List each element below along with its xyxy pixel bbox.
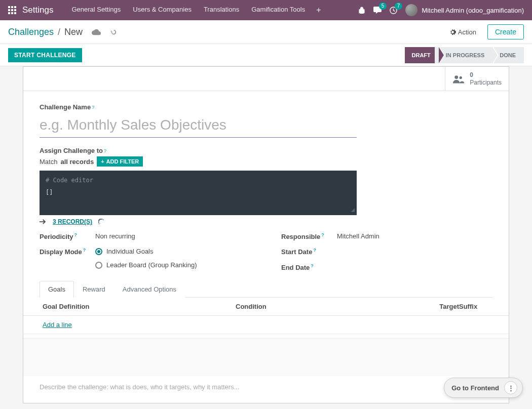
radio-leader-label: Leader Board (Group Ranking) <box>106 261 197 269</box>
users-icon <box>452 74 465 84</box>
end-date-label: End Date <box>281 264 310 271</box>
description-placeholder: Describe the challenge: what is does, wh… <box>40 383 492 391</box>
radio-individual-label: Individual Goals <box>106 248 154 255</box>
resize-icon[interactable]: ◢ <box>351 206 355 213</box>
records-link[interactable]: 3 RECORD(S) <box>53 218 92 225</box>
activities-icon[interactable]: 7 <box>390 7 397 14</box>
go-to-frontend-label: Go to Frontend <box>451 384 499 392</box>
nav-items: General Settings Users & Companies Trans… <box>65 6 326 15</box>
match-pre: Match <box>40 158 57 166</box>
activities-badge: 7 <box>395 3 403 10</box>
display-mode-help-icon[interactable]: ? <box>83 248 86 253</box>
control-bar: Challenges / New Action Create <box>0 20 532 44</box>
messages-badge: 5 <box>379 3 387 10</box>
challenge-name-label: Challenge Name <box>40 103 91 111</box>
add-line-link[interactable]: Add a line <box>43 321 72 329</box>
status-steps: DRAFT IN PROGRESS DONE <box>405 44 524 66</box>
periodicity-help-icon[interactable]: ? <box>74 232 77 237</box>
participants-stat-button[interactable]: 0 Participants <box>445 67 509 91</box>
code-value: [] <box>46 189 351 196</box>
add-filter-button[interactable]: + ADD FILTER <box>97 156 143 167</box>
messages-icon[interactable]: 5 <box>373 7 382 14</box>
start-challenge-button[interactable]: START CHALLENGE <box>8 48 82 62</box>
svg-point-2 <box>460 76 462 78</box>
gear-icon <box>449 29 456 35</box>
cloud-icon[interactable] <box>92 28 101 35</box>
breadcrumb: Challenges / New <box>8 27 118 37</box>
sheet-topbar: 0 Participants <box>23 67 509 91</box>
responsible-value[interactable]: Mitchell Admin <box>337 232 492 240</box>
col-suffix: Suffix <box>459 303 489 310</box>
nav-gamification-tools[interactable]: Gamification Tools <box>245 6 311 15</box>
plus-icon: + <box>101 158 104 165</box>
user-name: Mitchell Admin (odoo_gamification) <box>422 7 524 14</box>
radio-individual-goals[interactable]: Individual Goals <box>95 248 251 255</box>
assign-label: Assign Challenge to <box>40 147 103 154</box>
radio-leader-board[interactable]: Leader Board (Group Ranking) <box>95 261 251 269</box>
breadcrumb-sep: / <box>58 27 60 37</box>
form-sheet: 0 Participants Challenge Name ? Assign C… <box>23 66 509 403</box>
kebab-icon[interactable]: ⋮ <box>504 381 517 394</box>
tab-bar: Goals Reward Advanced Options <box>40 280 492 298</box>
col-goal-definition: Goal Definition <box>43 303 236 310</box>
display-mode-label: Display Mode <box>40 249 82 256</box>
user-menu[interactable]: Mitchell Admin (odoo_gamification) <box>405 4 524 16</box>
brand[interactable]: Settings <box>22 5 53 15</box>
participants-count: 0 <box>470 71 502 78</box>
start-date-label: Start Date <box>281 249 312 256</box>
periodicity-label: Periodicity <box>40 233 73 240</box>
description-block[interactable]: Describe the challenge: what is does, wh… <box>23 376 509 403</box>
tab-reward[interactable]: Reward <box>74 281 114 298</box>
tab-advanced-options[interactable]: Advanced Options <box>114 281 185 298</box>
match-all: all records <box>60 158 94 166</box>
responsible-help-icon[interactable]: ? <box>321 232 324 237</box>
status-draft[interactable]: DRAFT <box>405 47 439 63</box>
top-nav: Settings General Settings Users & Compan… <box>0 0 532 20</box>
start-date-help-icon[interactable]: ? <box>313 248 316 253</box>
status-bar: START CHALLENGE DRAFT IN PROGRESS DONE <box>0 44 532 66</box>
challenge-name-input[interactable] <box>40 113 357 138</box>
action-label: Action <box>458 28 476 36</box>
assign-help-icon[interactable]: ? <box>104 148 106 153</box>
radio-icon <box>95 248 102 255</box>
participants-label: Participants <box>470 79 502 86</box>
challenge-name-help-icon[interactable]: ? <box>92 105 94 110</box>
nav-general-settings[interactable]: General Settings <box>65 6 127 15</box>
goals-table: Goal Definition Condition Target Suffix … <box>23 298 509 334</box>
nav-users-companies[interactable]: Users & Companies <box>127 6 198 15</box>
responsible-label: Responsible <box>281 233 320 240</box>
go-to-frontend-button[interactable]: Go to Frontend ⋮ <box>444 378 523 398</box>
code-editor[interactable]: # Code editor [] ◢ <box>40 171 357 215</box>
add-filter-label: ADD FILTER <box>106 158 139 165</box>
arrow-right-icon <box>40 219 47 225</box>
breadcrumb-current: New <box>64 27 83 37</box>
svg-point-1 <box>455 75 459 79</box>
debug-icon[interactable] <box>358 7 365 14</box>
radio-icon <box>95 262 102 269</box>
apps-icon[interactable] <box>8 6 16 14</box>
breadcrumb-root[interactable]: Challenges <box>8 27 54 37</box>
end-date-help-icon[interactable]: ? <box>311 263 314 268</box>
col-condition: Condition <box>236 303 429 310</box>
periodicity-value[interactable]: Non recurring <box>95 232 251 240</box>
bottom-panel <box>23 338 509 376</box>
nav-translations[interactable]: Translations <box>198 6 245 15</box>
refresh-icon[interactable] <box>98 219 105 225</box>
action-dropdown[interactable]: Action <box>444 25 481 39</box>
sheet-wrap: 0 Participants Challenge Name ? Assign C… <box>0 66 532 409</box>
nav-right: 5 7 Mitchell Admin (odoo_gamification) <box>358 4 524 16</box>
discard-icon[interactable] <box>110 28 118 36</box>
nav-add-icon[interactable]: + <box>311 6 326 15</box>
code-comment: # Code editor <box>46 177 351 184</box>
col-target: Target <box>429 303 459 310</box>
avatar <box>405 4 417 16</box>
create-button[interactable]: Create <box>487 24 524 39</box>
tab-goals[interactable]: Goals <box>40 281 74 298</box>
